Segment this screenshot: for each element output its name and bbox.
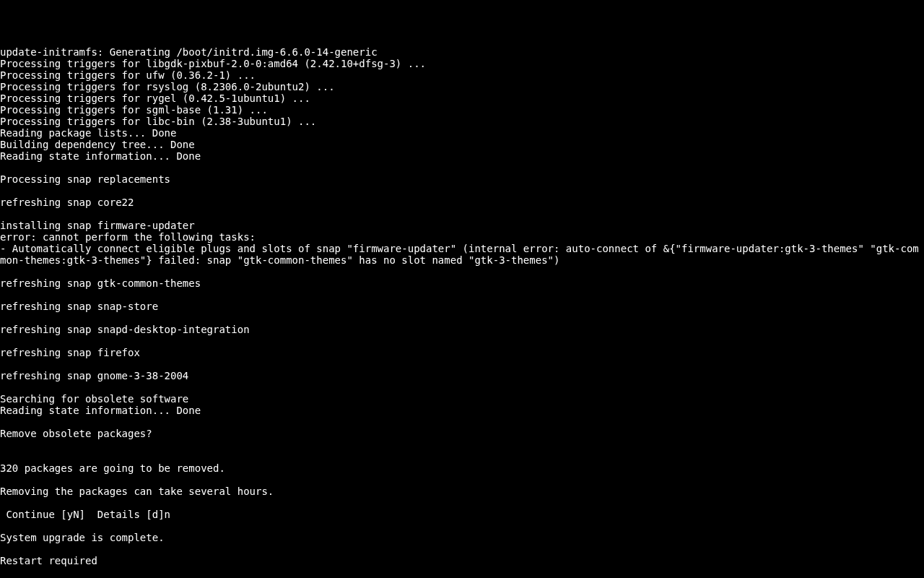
terminal-line (0, 335, 924, 347)
terminal-line (0, 543, 924, 555)
terminal-line (0, 312, 924, 324)
terminal-line: refreshing snap snap-store (0, 301, 924, 312)
terminal-line: Building dependency tree... Done (0, 139, 924, 150)
terminal-line: - Automatically connect eligible plugs a… (0, 243, 924, 266)
terminal-line: Processing triggers for libc-bin (2.38-3… (0, 116, 924, 127)
terminal-line (0, 439, 924, 451)
terminal-line (0, 289, 924, 301)
terminal-line (0, 416, 924, 428)
terminal-line: refreshing snap gtk-common-themes (0, 277, 924, 289)
terminal-line: Restart required (0, 555, 924, 566)
terminal-line: refreshing snap snapd-desktop-integratio… (0, 324, 924, 335)
terminal-line: Searching for obsolete software (0, 393, 924, 405)
terminal-line (0, 381, 924, 393)
terminal-line: Continue [yN] Details [d]n (0, 509, 924, 520)
terminal-line: refreshing snap gnome-3-38-2004 (0, 370, 924, 381)
terminal-output[interactable]: update-initramfs: Generating /boot/initr… (0, 46, 924, 578)
terminal-line: error: cannot perform the following task… (0, 231, 924, 243)
terminal-line: 320 packages are going to be removed. (0, 462, 924, 474)
terminal-line (0, 266, 924, 277)
terminal-line (0, 185, 924, 197)
terminal-line: Processing snap replacements (0, 173, 924, 185)
terminal-line: Reading state information... Done (0, 150, 924, 162)
terminal-line: Reading package lists... Done (0, 127, 924, 139)
terminal-line (0, 162, 924, 173)
terminal-line: Reading state information... Done (0, 405, 924, 416)
terminal-line: refreshing snap firefox (0, 347, 924, 358)
terminal-line (0, 566, 924, 578)
terminal-line: Processing triggers for sgml-base (1.31)… (0, 104, 924, 116)
terminal-line: refreshing snap core22 (0, 197, 924, 208)
terminal-line (0, 474, 924, 486)
terminal-line: Remove obsolete packages? (0, 428, 924, 439)
terminal-line (0, 520, 924, 532)
terminal-line (0, 358, 924, 370)
terminal-line: update-initramfs: Generating /boot/initr… (0, 46, 924, 58)
terminal-line (0, 208, 924, 220)
terminal-line: System upgrade is complete. (0, 532, 924, 543)
terminal-line: Processing triggers for libgdk-pixbuf-2.… (0, 58, 924, 69)
terminal-line: Removing the packages can take several h… (0, 486, 924, 497)
terminal-line (0, 451, 924, 462)
terminal-line: Processing triggers for ufw (0.36.2-1) .… (0, 69, 924, 81)
terminal-line: Processing triggers for rygel (0.42.5-1u… (0, 92, 924, 104)
terminal-line: installing snap firmware-updater (0, 220, 924, 231)
terminal-line (0, 497, 924, 509)
terminal-line: Processing triggers for rsyslog (8.2306.… (0, 81, 924, 92)
